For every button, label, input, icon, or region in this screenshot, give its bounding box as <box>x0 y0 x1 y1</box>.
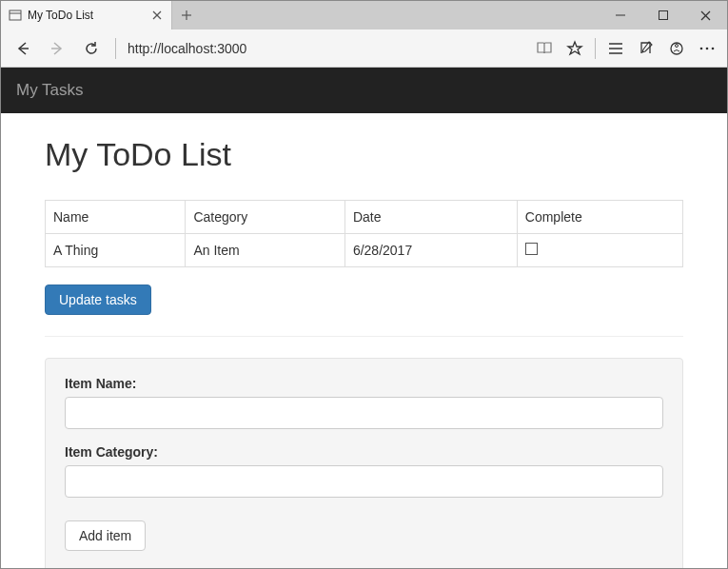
update-tasks-button[interactable]: Update tasks <box>45 284 151 315</box>
app-navbar: My Tasks <box>1 68 727 113</box>
page-title: My ToDo List <box>45 136 683 173</box>
item-name-input[interactable] <box>65 397 663 429</box>
hub-icon[interactable] <box>601 34 630 63</box>
th-date: Date <box>344 201 517 234</box>
svg-point-19 <box>712 47 715 49</box>
browser-titlebar: My ToDo List <box>1 1 727 29</box>
maximize-button[interactable] <box>641 1 684 29</box>
page-viewport: My Tasks My ToDo List Name Category Date… <box>1 68 727 568</box>
svg-rect-0 <box>10 10 21 20</box>
navbar-brand[interactable]: My Tasks <box>16 81 84 99</box>
window-controls <box>599 1 727 29</box>
tab-close-icon[interactable] <box>150 9 164 22</box>
page-content: My ToDo List Name Category Date Complete… <box>1 113 727 568</box>
close-button[interactable] <box>684 1 727 29</box>
more-icon[interactable] <box>693 34 721 63</box>
tab-title: My ToDo List <box>28 9 145 22</box>
address-bar[interactable] <box>124 35 528 62</box>
minimize-button[interactable] <box>599 1 641 29</box>
browser-tab[interactable]: My ToDo List <box>1 1 172 29</box>
table-row: A Thing An Item 6/28/2017 <box>46 234 683 267</box>
back-button[interactable] <box>7 32 39 65</box>
complete-checkbox[interactable] <box>525 243 538 255</box>
add-item-form: Item Name: Item Category: Add item <box>45 358 683 568</box>
reading-view-icon[interactable] <box>530 34 559 63</box>
new-tab-button[interactable] <box>172 1 201 29</box>
cell-category: An Item <box>186 234 345 267</box>
divider <box>45 336 683 337</box>
page-icon <box>9 9 22 22</box>
svg-point-18 <box>706 47 709 49</box>
refresh-button[interactable] <box>75 32 108 65</box>
item-name-label: Item Name: <box>65 376 663 391</box>
tasks-table: Name Category Date Complete A Thing An I… <box>45 200 683 267</box>
notes-icon[interactable] <box>632 34 660 63</box>
th-complete: Complete <box>517 201 682 234</box>
browser-toolbar <box>1 29 727 68</box>
cell-date: 6/28/2017 <box>344 234 517 267</box>
share-icon[interactable] <box>662 34 691 63</box>
cell-complete <box>517 234 682 267</box>
item-category-input[interactable] <box>65 465 663 498</box>
add-item-button[interactable]: Add item <box>65 520 146 551</box>
th-name: Name <box>46 201 186 234</box>
favorite-icon[interactable] <box>561 34 589 63</box>
th-category: Category <box>186 201 345 234</box>
svg-point-16 <box>676 44 679 47</box>
svg-point-17 <box>700 47 703 49</box>
forward-button[interactable] <box>41 32 73 65</box>
svg-rect-7 <box>659 11 667 20</box>
item-category-label: Item Category: <box>65 444 663 460</box>
cell-name: A Thing <box>46 234 186 267</box>
